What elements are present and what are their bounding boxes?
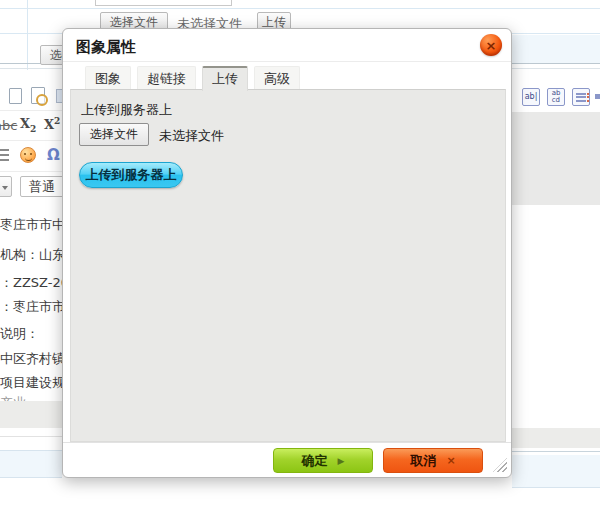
tab-hyperlink[interactable]: 超链接 — [137, 66, 196, 89]
ok-label: 确定 — [302, 452, 328, 470]
toolbar-divider — [0, 110, 62, 111]
special-char-icon[interactable]: Ω — [47, 146, 60, 164]
ok-button[interactable]: 确定 ▶ — [273, 448, 373, 473]
subscript-small: 2 — [30, 124, 36, 134]
grid-line — [0, 8, 600, 9]
form-row-band — [0, 450, 62, 478]
font-dropdown-partial[interactable] — [0, 176, 12, 197]
form-row-band — [512, 35, 600, 63]
page-root: 选择文件 未选择文件 上传 选择文件 abc X2 X2 Ω 普通 枣庄市市中 … — [0, 0, 600, 530]
list-glyph — [576, 91, 586, 103]
doc-line: 机构：山东 — [0, 246, 65, 264]
close-button[interactable]: × — [480, 34, 502, 56]
divider — [512, 451, 600, 452]
toolbar-divider — [0, 171, 62, 172]
superscript-base: X — [44, 117, 54, 132]
doc-line: 项目建设规 — [0, 374, 65, 392]
dialog-no-file-text: 未选择文件 — [159, 127, 224, 145]
strikethrough-icon[interactable]: abc — [0, 118, 17, 133]
subscript-icon[interactable]: X2 — [20, 116, 36, 134]
dialog-tabs: 图象 超链接 上传 高级 — [85, 66, 300, 89]
image-properties-dialog: 图象属性 × 图象 超链接 上传 高级 上传到服务器上 选择文件 未选择文件 上… — [62, 28, 512, 478]
cancel-button[interactable]: 取消 × — [383, 448, 483, 473]
doc-line: 说明： — [0, 325, 39, 343]
doc-line: 枣庄市市中 — [0, 216, 65, 234]
status-band — [0, 401, 62, 428]
toolbar-divider — [0, 140, 62, 141]
cancel-label: 取消 — [410, 452, 436, 470]
subscript-base: X — [20, 116, 30, 131]
form-list-icon[interactable] — [572, 88, 590, 106]
upload-section-label: 上传到服务器上 — [81, 101, 172, 119]
tab-image[interactable]: 图象 — [85, 66, 131, 89]
grid-line — [27, 0, 28, 70]
ok-arrow-icon: ▶ — [338, 456, 345, 466]
emoticon-icon[interactable] — [20, 147, 36, 163]
align-icon[interactable] — [0, 149, 9, 161]
upload-panel: 上传到服务器上 选择文件 未选择文件 上传到服务器上 — [70, 89, 506, 442]
toolbar-empty-area — [512, 112, 600, 205]
find-replace-icon[interactable]: abcd — [547, 88, 565, 106]
upload-to-server-button[interactable]: 上传到服务器上 — [79, 162, 183, 188]
form-row-band — [512, 455, 600, 488]
footer-divider — [63, 442, 511, 443]
status-band — [512, 428, 600, 448]
partial-toolbar-icon[interactable] — [595, 94, 600, 99]
tab-advanced[interactable]: 高级 — [254, 66, 300, 89]
title-divider — [63, 61, 511, 62]
superscript-small: 2 — [54, 116, 60, 126]
find-replace-glyph: abcd — [552, 90, 561, 104]
doc-line: ：枣庄市市 — [0, 298, 65, 316]
divider — [0, 436, 62, 437]
dialog-title: 图象属性 — [76, 38, 136, 57]
dialog-choose-file-button[interactable]: 选择文件 — [79, 123, 149, 146]
preview-icon[interactable] — [31, 87, 45, 104]
url-input-partial[interactable] — [95, 0, 232, 6]
new-document-icon[interactable] — [9, 88, 22, 104]
doc-line: 中区齐村镇 — [0, 350, 65, 368]
resize-handle-icon[interactable] — [493, 458, 507, 472]
text-field-icon[interactable]: ab| — [522, 88, 540, 106]
cancel-cross-icon: × — [446, 454, 455, 467]
superscript-icon[interactable]: X2 — [44, 116, 60, 132]
tab-upload[interactable]: 上传 — [202, 66, 248, 91]
